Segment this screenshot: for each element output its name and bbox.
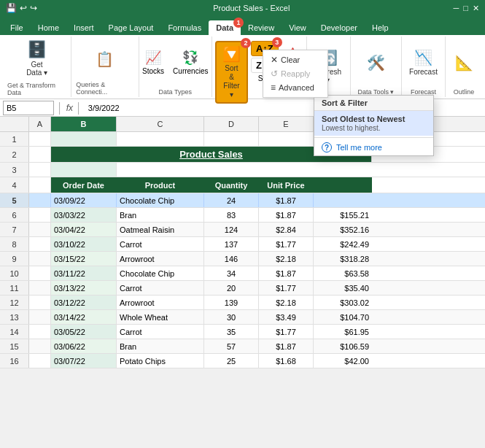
cell[interactable]: Carrot — [117, 325, 204, 339]
header-product[interactable]: Product — [117, 177, 204, 193]
cell[interactable]: 30 — [204, 310, 259, 324]
cell[interactable]: 57 — [204, 339, 259, 353]
stocks-button[interactable]: 📈 Stocks — [141, 48, 166, 77]
undo-icon[interactable]: ↩ — [20, 3, 27, 13]
cell[interactable]: $242.49 — [314, 237, 372, 251]
cell[interactable]: Potato Chips — [117, 354, 204, 368]
row-num[interactable]: 5 — [0, 193, 29, 207]
row-num[interactable]: 13 — [0, 310, 29, 324]
cell[interactable]: $1.87 — [259, 208, 314, 222]
row-num[interactable]: 11 — [0, 281, 29, 295]
cell[interactable]: 03/10/22 — [51, 237, 117, 251]
cell[interactable]: 139 — [204, 296, 259, 309]
row-num[interactable]: 14 — [0, 325, 29, 339]
cell[interactable]: Oatmeal Raisin — [117, 223, 204, 236]
maximize-btn[interactable]: □ — [463, 4, 468, 13]
cell[interactable]: $35.40 — [314, 281, 372, 295]
header-unit-price[interactable]: Unit Price — [259, 177, 314, 193]
tab-home[interactable]: Home — [31, 20, 66, 35]
sort-oldest-newest-item[interactable]: Sort Oldest to Newest Lowest to highest. — [314, 111, 433, 136]
cell[interactable]: 25 — [204, 354, 259, 368]
cell[interactable] — [117, 132, 204, 146]
clear-button[interactable]: ✕ Clear — [266, 53, 325, 66]
cell[interactable]: 137 — [204, 237, 259, 251]
cell[interactable]: 03/06/22 — [51, 339, 117, 353]
cell[interactable] — [29, 147, 51, 162]
row-num[interactable]: 6 — [0, 208, 29, 222]
cell[interactable]: 03/14/22 — [51, 310, 117, 324]
header-quantity[interactable]: Quantity — [204, 177, 259, 193]
cell[interactable]: $352.16 — [314, 223, 372, 236]
cell[interactable] — [51, 132, 117, 146]
tab-help[interactable]: Help — [365, 20, 396, 35]
cell[interactable]: 124 — [204, 223, 259, 236]
cell[interactable]: $2.18 — [259, 296, 314, 309]
cell[interactable]: 03/12/22 — [51, 296, 117, 309]
tab-developer[interactable]: Developer — [314, 20, 365, 35]
cell[interactable]: $303.02 — [314, 296, 372, 309]
cell[interactable]: 03/07/22 — [51, 354, 117, 368]
cell[interactable]: 03/04/22 — [51, 223, 117, 236]
cell[interactable]: 03/03/22 — [51, 208, 117, 222]
cell[interactable]: Chocolate Chip — [117, 266, 204, 280]
tell-me-more-item[interactable]: ? Tell me more — [314, 139, 433, 155]
cell[interactable]: 03/05/22 — [51, 325, 117, 339]
cell[interactable]: $318.28 — [314, 252, 372, 266]
row-num[interactable]: 16 — [0, 354, 29, 368]
cell[interactable]: $63.58 — [314, 266, 372, 280]
tab-formulas[interactable]: Formulas — [160, 20, 209, 35]
advanced-button[interactable]: ≡ Advanced — [266, 81, 325, 94]
cell[interactable]: Arrowroot — [117, 252, 204, 266]
cell[interactable]: $42.00 — [314, 354, 372, 368]
cell[interactable]: 83 — [204, 208, 259, 222]
reapply-button[interactable]: ↺ Reapply — [266, 67, 325, 80]
tab-page-layout[interactable]: Page Layout — [101, 20, 161, 35]
cell[interactable]: 35 — [204, 325, 259, 339]
cell[interactable]: Carrot — [117, 237, 204, 251]
cell[interactable]: $2.18 — [259, 252, 314, 266]
cell-c5[interactable]: Chocolate Chip — [117, 193, 204, 207]
minimize-btn[interactable]: ─ — [454, 4, 459, 13]
header-order-date[interactable]: Order Date — [51, 177, 117, 193]
cell[interactable]: 34 — [204, 266, 259, 280]
get-data-button[interactable]: 🗄️ GetData ▾ — [23, 38, 51, 79]
sort-filter-button[interactable]: 🔽 Sort &Filter ▾ 2 — [215, 41, 248, 104]
currencies-button[interactable]: 💱 Currencies — [171, 48, 209, 77]
tab-review[interactable]: Review — [241, 20, 282, 35]
close-btn[interactable]: ✕ — [473, 4, 479, 13]
cell[interactable] — [204, 132, 259, 146]
redo-icon[interactable]: ↪ — [30, 3, 37, 13]
cell[interactable]: $106.59 — [314, 339, 372, 353]
cell[interactable]: Carrot — [117, 281, 204, 295]
cell[interactable] — [259, 132, 314, 146]
cell[interactable]: 20 — [204, 281, 259, 295]
col-header-a[interactable]: A — [29, 117, 51, 131]
row-num[interactable]: 4 — [0, 177, 29, 193]
row-num[interactable]: 12 — [0, 296, 29, 309]
row-num[interactable]: 8 — [0, 237, 29, 251]
row-num[interactable]: 1 — [0, 132, 29, 146]
cell[interactable]: $1.87 — [259, 339, 314, 353]
col-header-e[interactable]: E — [259, 117, 314, 131]
row-num[interactable]: 10 — [0, 266, 29, 280]
tab-insert[interactable]: Insert — [66, 20, 101, 35]
cell[interactable]: Bran — [117, 339, 204, 353]
save-icon[interactable]: 💾 — [6, 3, 17, 13]
cell[interactable]: 03/11/22 — [51, 266, 117, 280]
cell[interactable]: $2.84 — [259, 223, 314, 236]
name-box[interactable] — [3, 101, 54, 115]
cell[interactable]: $155.21 — [314, 208, 372, 222]
cell[interactable]: $1.87 — [259, 266, 314, 280]
row-num[interactable]: 15 — [0, 339, 29, 353]
row-num[interactable]: 7 — [0, 223, 29, 236]
cell-e5[interactable]: $1.87 — [259, 193, 314, 207]
cell-d5[interactable]: 24 — [204, 193, 259, 207]
cell[interactable]: 03/15/22 — [51, 252, 117, 266]
cell[interactable]: $61.95 — [314, 325, 372, 339]
cell-b5[interactable]: 03/09/22 — [51, 193, 117, 207]
tab-file[interactable]: File — [3, 20, 31, 35]
cell[interactable]: $1.77 — [259, 325, 314, 339]
forecast-button[interactable]: 📉 Forecast — [406, 38, 441, 87]
header-total[interactable] — [314, 177, 372, 193]
cell[interactable]: $1.68 — [259, 354, 314, 368]
